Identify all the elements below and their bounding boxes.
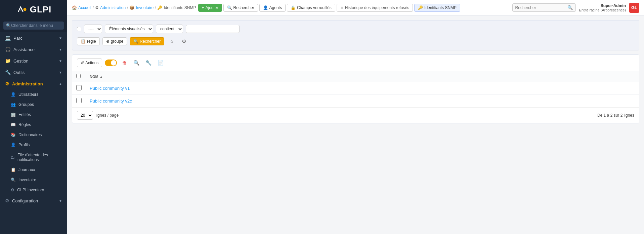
breadcrumb-administration[interactable]: Administration (100, 5, 126, 10)
tab-ajouter[interactable]: + Ajouter (198, 4, 222, 12)
plus-icon: + (202, 5, 204, 10)
dictionnaires-icon: 📚 (11, 132, 16, 137)
tab-champs-verrou[interactable]: 🔒 Champs verrouillés (287, 4, 335, 12)
lines-per-page-label: lignes / page (96, 113, 119, 118)
sidebar-sub-dictionnaires[interactable]: 📚 Dictionnaires (0, 130, 67, 140)
breadcrumb: 🏠 Accueil / ⚙ Administration / 📦 Inventa… (72, 5, 196, 10)
breadcrumb-inventory-icon: 📦 (129, 5, 134, 10)
assistance-icon: 🎧 (5, 47, 11, 52)
tab-agents[interactable]: 👤 Agents (259, 4, 286, 12)
sidebar-sub-entites[interactable]: 🏢 Entités (0, 110, 67, 120)
rechercher-button[interactable]: 🔍 Rechercher (130, 37, 164, 45)
breadcrumb-accueil[interactable]: Accueil (78, 5, 91, 10)
actions-arrow-icon: ↺ (81, 61, 84, 65)
breadcrumb-inventaire[interactable]: Inventaire (136, 5, 154, 10)
sidebar-sub-label-journaux: Journaux (18, 167, 35, 172)
user-entity: Entité racine (Arborescence) (579, 8, 626, 12)
topbar: 🏠 Accueil / ⚙ Administration / 📦 Inventa… (67, 0, 644, 15)
main-content: 🏠 Accueil / ⚙ Administration / 📦 Inventa… (67, 0, 644, 234)
search-panel: ---- Éléments visualisés contient 📋 règl… (72, 20, 639, 50)
row-2-link[interactable]: Public community v2c (90, 99, 132, 104)
search-icon: 🔍 (6, 23, 11, 28)
rule-label: règle (87, 39, 96, 44)
sidebar-sub-file-attente[interactable]: 🗂 File d'attente des notifications (0, 150, 67, 165)
topbar-right: 🔍 Super-Admin Entité racine (Arborescenc… (512, 3, 639, 13)
search-value-input[interactable] (186, 25, 240, 33)
tab-rechercher[interactable]: 🔍 Rechercher (223, 4, 258, 12)
journaux-icon: 📋 (11, 167, 16, 172)
search-checkbox[interactable] (77, 27, 81, 31)
sidebar-item-administration[interactable]: ⚙ Administration ▲ (0, 78, 67, 89)
inventaire-icon: 🔍 (11, 178, 16, 182)
page-content: ---- Éléments visualisés contient 📋 règl… (67, 15, 644, 234)
sidebar-item-gestion[interactable]: 📁 Gestion ▼ (0, 55, 67, 67)
rechercher-icon: 🔍 (133, 39, 138, 44)
page-size-select[interactable]: 20 (77, 111, 93, 120)
global-search-box[interactable]: 🔍 (512, 3, 576, 12)
row-2-checkbox[interactable] (76, 98, 82, 103)
sidebar-item-outils[interactable]: 🔧 Outils ▼ (0, 67, 67, 78)
breadcrumb-snmp: Identifiants SNMP (164, 5, 196, 10)
row-checkbox-cell (72, 82, 86, 95)
settings-icon[interactable]: ⚙ (179, 37, 188, 46)
data-table: NOM ▲ Public community v1 (72, 71, 639, 107)
topbar-tabs: + Ajouter 🔍 Rechercher 👤 Agents 🔒 Champs… (198, 4, 510, 12)
th-checkbox (72, 71, 86, 82)
select-all-checkbox[interactable] (76, 74, 81, 78)
chevron-down-icon-5: ▼ (59, 199, 62, 203)
tab-historique-label: Historique des équipements refusés (345, 5, 409, 10)
row-1-checkbox[interactable] (76, 85, 82, 90)
breadcrumb-snmp-icon: 🔑 (157, 5, 162, 10)
global-search-input[interactable] (515, 5, 566, 10)
data-card: ↺ Actions 🗑 🔍 🔧 📄 (72, 54, 639, 123)
sidebar-sub-label-inventaire: Inventaire (18, 178, 36, 182)
export-icon[interactable]: 📄 (156, 58, 165, 68)
delete-icon[interactable]: 🗑 (120, 58, 129, 68)
view-select[interactable]: Éléments visualisés (105, 25, 153, 33)
lock-icon: 🔒 (291, 5, 296, 10)
actions-button[interactable]: ↺ Actions (77, 58, 102, 67)
entites-icon: 🏢 (11, 112, 16, 117)
condition-select[interactable]: contient (156, 25, 183, 33)
sidebar-sub-regles[interactable]: 📖 Règles (0, 120, 67, 130)
chevron-down-icon-2: ▼ (59, 48, 62, 51)
toggle-switch[interactable] (105, 60, 117, 66)
tab-snmp-label: Identifiants SNMP (424, 5, 457, 10)
search-filter-row: ---- Éléments visualisés contient (77, 25, 634, 33)
group-icon: ⊕ (106, 39, 110, 44)
sidebar-item-parc[interactable]: 💻 Parc ▼ (0, 32, 67, 44)
bookmark-icon[interactable]: ☆ (167, 37, 176, 46)
sidebar-item-label-gestion: Gestion (13, 58, 29, 64)
sidebar-sub-label-glpi-inventory: GLPI Inventory (17, 188, 44, 192)
user-avatar[interactable]: GL (629, 3, 639, 13)
sidebar-sub-profils[interactable]: 👤 Profils (0, 140, 67, 150)
filter-select[interactable]: ---- (84, 25, 102, 33)
sidebar-sub-glpi-inventory[interactable]: ⚙ GLPI Inventory (0, 185, 67, 195)
group-button[interactable]: ⊕ groupe (102, 37, 127, 45)
sidebar-search-button[interactable]: 🔍 Chercher dans le menu (3, 22, 64, 30)
sidebar-sub-journaux[interactable]: 📋 Journaux (0, 165, 67, 175)
row-1-link[interactable]: Public community v1 (90, 86, 130, 91)
search-toolbar-icon[interactable]: 🔍 (132, 58, 141, 68)
rule-button[interactable]: 📋 règle (77, 37, 100, 45)
sort-asc-icon: ▲ (100, 75, 103, 78)
close-icon: ✕ (340, 5, 344, 10)
tab-historique[interactable]: ✕ Historique des équipements refusés (337, 4, 413, 12)
wrench-icon[interactable]: 🔧 (144, 58, 153, 68)
sidebar-sub-utilisateurs[interactable]: 👤 Utilisateurs (0, 89, 67, 100)
sidebar-sub-groupes[interactable]: 👥 Groupes (0, 100, 67, 110)
sidebar-item-label-administration: Administration (12, 81, 43, 86)
sidebar-logo: GLPI (0, 0, 67, 19)
tab-rechercher-label: Rechercher (233, 5, 254, 10)
th-nom[interactable]: NOM ▲ (86, 71, 639, 82)
sidebar-item-configuration[interactable]: ⚙ Configuration ▼ (0, 195, 67, 206)
sidebar-sub-inventaire[interactable]: 🔍 Inventaire (0, 175, 67, 185)
pagination-row: 20 lignes / page De 1 à 2 sur 2 lignes (72, 107, 639, 123)
tab-identifiants-snmp[interactable]: 🔑 Identifiants SNMP (414, 4, 460, 12)
parc-icon: 💻 (5, 35, 11, 41)
file-attente-icon: 🗂 (11, 155, 15, 160)
sidebar-sub-label-regles: Règles (18, 122, 31, 127)
sidebar-item-assistance[interactable]: 🎧 Assistance ▼ (0, 44, 67, 55)
tab-champs-label: Champs verrouillés (297, 5, 332, 10)
sidebar-search-area[interactable]: 🔍 Chercher dans le menu (0, 19, 67, 32)
